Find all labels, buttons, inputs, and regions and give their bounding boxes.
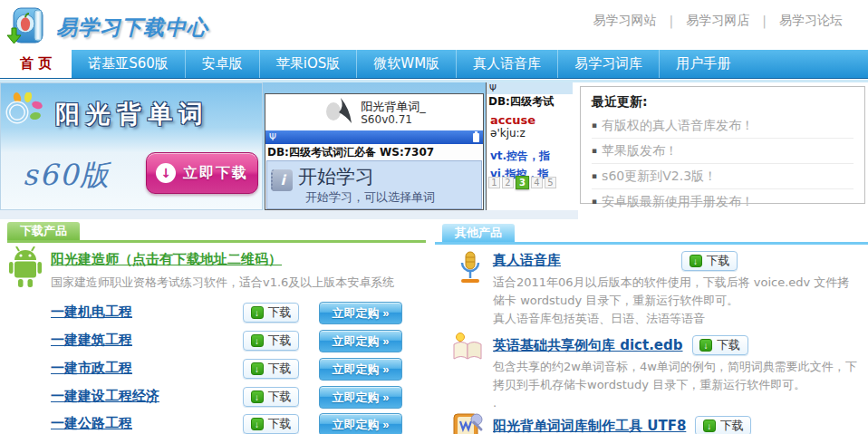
banner-edition: s60版 — [23, 156, 111, 196]
product-row: 一建市政工程 ↓下载 立即定购 » — [0, 358, 426, 381]
download-icon: ↓ — [251, 306, 264, 319]
download-button[interactable]: ↓下载 — [243, 331, 299, 351]
banner-title: 阳光背单词 — [1, 98, 263, 130]
logo[interactable]: 易学习下载中心 — [5, 4, 208, 51]
screenshot-carousel: 阳光背单词_ S60v0.71 Ψ DB:四级考试词汇必备 WS:7307 i … — [263, 82, 573, 210]
download-icon: ↓ — [690, 255, 702, 267]
download-button[interactable]: ↓下载 — [243, 303, 299, 323]
word-phonetic: ə'kju:z — [487, 127, 573, 140]
download-button[interactable]: ↓下载 — [243, 387, 299, 407]
section-underline-blue — [435, 242, 868, 245]
download-button[interactable]: ↓下载 — [681, 251, 738, 271]
main-nav: 首 页 诺基亚S60版 安卓版 苹果iOS版 微软WM版 真人语音库 易学习词库… — [0, 50, 868, 79]
recent-update-item[interactable]: ▪安卓版最新使用手册发布！ — [592, 189, 854, 214]
db-status-line: DB:四级考试词汇必备 WS:7307 — [265, 144, 483, 160]
order-button[interactable]: 立即定购 » — [319, 330, 402, 352]
page: 易学习下载中心 易学习网站 | 易学习网店 | 易学习论坛 首 页 诺基亚S60… — [0, 0, 868, 434]
header-link-store[interactable]: 易学习网店 — [673, 13, 762, 29]
page-dot-5[interactable]: 5 — [545, 177, 556, 188]
header-link-forum[interactable]: 易学习论坛 — [767, 13, 855, 29]
recent-update-item[interactable]: ▪苹果版发布！ — [592, 139, 854, 164]
chevron-right-icon: » — [382, 418, 389, 431]
featured-product-description: 国家建造师职业资格考试练习软件，适合v1.6及以上版本安卓系统 — [51, 275, 394, 291]
product-row: 一建公路工程 ↓下载 立即定购 » — [0, 413, 426, 434]
order-button[interactable]: 立即定购 » — [319, 358, 402, 381]
logo-title: 易学习下载中心 — [56, 14, 208, 42]
hero-bottom-strip — [0, 210, 578, 219]
download-button[interactable]: ↓下载 — [243, 414, 299, 434]
other-product-link[interactable]: 英语基础共享例句库 dict.edb — [493, 337, 683, 354]
section-tab-others: 其他产品 — [442, 224, 515, 242]
download-icon: ↓ — [251, 334, 264, 347]
recent-updates-panel: 最近更新: ▪有版权的真人语音库发布！ ▪苹果版发布！ ▪s60更新到V2.3版… — [580, 86, 865, 204]
other-product-description: 适合2011年06月以后版本的软件使用，下载后将 voice.edv 文件拷 — [493, 275, 849, 291]
app-version: S60v0.71 — [361, 113, 426, 126]
product-link[interactable]: 一建建设工程经济 — [51, 388, 159, 405]
nav-item-home[interactable]: 首 页 — [0, 50, 72, 78]
order-button[interactable]: 立即定购 » — [319, 302, 402, 324]
section-underline-green — [7, 240, 426, 243]
chevron-right-icon: » — [382, 391, 389, 404]
order-button[interactable]: 立即定购 » — [319, 386, 402, 409]
db-status-line: DB:四级考试 — [487, 94, 573, 110]
phone-screenshot-2: Ψ DB:四级考试 accuse ə'kju:z vt.控告，指 vi.指控，指… — [486, 82, 573, 210]
android-icon — [7, 246, 43, 292]
logo-backpack-icon — [5, 4, 49, 51]
download-button[interactable]: ↓下载 — [243, 359, 299, 379]
featured-product-link[interactable]: 阳光建造师（点击有下载地址二维码） — [51, 251, 282, 268]
download-icon: ↓ — [251, 418, 264, 430]
bullet-icon: ▪ — [592, 197, 597, 206]
menu-item-subtitle: 开始学习，可以选择单词 — [298, 189, 435, 206]
product-link[interactable]: 一建机电工程 — [51, 304, 132, 321]
signal-icon: Ψ — [269, 133, 276, 142]
section-tab-downloads: 下载产品 — [7, 222, 80, 240]
page-dot-3-active[interactable]: 3 — [516, 176, 529, 189]
product-link[interactable]: 一建建筑工程 — [51, 332, 132, 349]
menu-item-title: 开始学习 — [298, 164, 435, 189]
app-logo-icon — [323, 96, 353, 129]
recent-update-item[interactable]: ▪s60更新到V2.3版！ — [592, 164, 854, 189]
other-product-link[interactable]: 阳光背单词词库制作工具 UTF8 — [493, 418, 686, 434]
other-product-header: 阳光背单词词库制作工具 UTF8 ↓下载 — [493, 416, 751, 434]
chevron-right-icon: » — [382, 306, 389, 320]
microphone-icon — [457, 251, 484, 289]
other-product-header: 真人语音库 ↓下载 — [493, 252, 561, 269]
nav-item-dictionary[interactable]: 易学习词库 — [558, 50, 660, 78]
other-product-header: 英语基础共享例句库 dict.edb ↓下载 — [493, 335, 748, 355]
other-product-description: 拷贝到手机存储卡wordstudy 目录下，重新运行软件即可。 — [493, 377, 805, 393]
download-button[interactable]: ↓下载 — [695, 416, 751, 434]
banner-download-label: 立即下载 — [183, 164, 248, 183]
download-icon: ↓ — [703, 420, 716, 432]
recent-updates-title: 最近更新: — [581, 87, 864, 113]
nav-item-android[interactable]: 安卓版 — [186, 50, 260, 78]
product-link[interactable]: 一建市政工程 — [51, 360, 132, 377]
nav-item-wm[interactable]: 微软WM版 — [357, 50, 457, 78]
product-link[interactable]: 一建公路工程 — [51, 415, 132, 432]
nav-item-voice-library[interactable]: 真人语音库 — [457, 50, 558, 78]
menu-selected-item: i 开始学习 开始学习，可以选择单词 — [266, 160, 482, 209]
recent-update-item[interactable]: ▪有版权的真人语音库发布！ — [592, 113, 854, 139]
page-dot-1[interactable]: 1 — [488, 177, 500, 188]
other-product-description: 真人语音库包括英语、日语、法语等语音 — [493, 311, 705, 327]
hero-banner[interactable]: 阳光背单词 s60版 ↓ 立即下载 — [0, 82, 263, 210]
order-button[interactable]: 立即定购 » — [319, 413, 402, 434]
download-button[interactable]: ↓下载 — [692, 335, 748, 355]
page-dot-4[interactable]: 4 — [531, 177, 543, 188]
header: 易学习下载中心 易学习网站 | 易学习网店 | 易学习论坛 — [0, 0, 868, 50]
header-link-website[interactable]: 易学习网站 — [581, 13, 670, 29]
nav-item-manual[interactable]: 用户手册 — [660, 50, 747, 78]
nav-item-ios[interactable]: 苹果iOS版 — [260, 50, 358, 78]
other-product-description: 储卡 wordstudy 目录下，重新运行软件即可。 — [493, 293, 738, 309]
page-dot-2[interactable]: 2 — [502, 177, 514, 188]
other-product-link[interactable]: 真人语音库 — [493, 252, 561, 269]
product-row: 一建建设工程经济 ↓下载 立即定购 » — [0, 386, 426, 410]
chevron-right-icon: » — [382, 362, 389, 376]
banner-download-button[interactable]: ↓ 立即下载 — [146, 152, 258, 194]
download-circle-icon: ↓ — [156, 163, 176, 183]
carousel-pagination: 1 2 3 4 5 — [488, 176, 556, 189]
nav-item-nokia-s60[interactable]: 诺基亚S60版 — [72, 50, 186, 78]
battery-icon — [473, 133, 479, 142]
phone-screenshot-1: 阳光背单词_ S60v0.71 Ψ DB:四级考试词汇必备 WS:7307 i … — [265, 93, 484, 210]
other-product-description: . — [493, 396, 497, 410]
product-row: 一建建筑工程 ↓下载 立即定购 » — [0, 330, 426, 353]
